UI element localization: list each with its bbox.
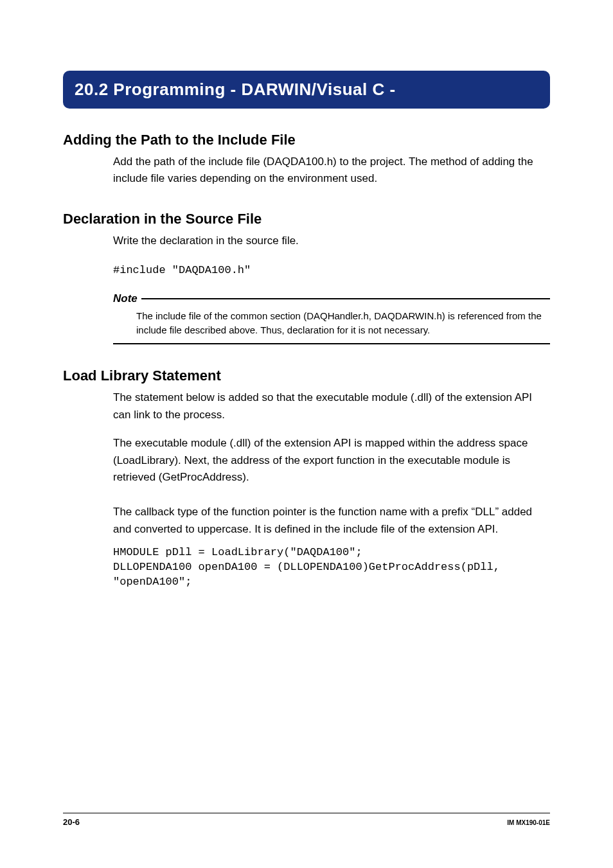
section-title-banner: 20.2 Programming - DARWIN/Visual C - <box>63 71 550 109</box>
note-label: Note <box>113 292 141 305</box>
note-body: The include file of the common section (… <box>136 309 550 337</box>
paragraph-load-1: The statement below is added so that the… <box>113 389 550 423</box>
footer-row: 20-6 IM MX190-01E <box>63 817 550 827</box>
code-load-library: HMODULE pDll = LoadLibrary("DAQDA100"; D… <box>113 545 550 590</box>
note-rule-top <box>141 298 550 299</box>
paragraph-declaration: Write the declaration in the source file… <box>113 233 550 249</box>
paragraph-include-path: Add the path of the include file (DAQDA1… <box>113 154 550 188</box>
paragraph-load-3: The callback type of the function pointe… <box>113 504 550 538</box>
paragraph-load-2: The executable module (.dll) of the exte… <box>113 435 550 486</box>
banner-title-text: 20.2 Programming - DARWIN/Visual C - <box>75 80 396 99</box>
heading-include-path: Adding the Path to the Include File <box>63 132 550 148</box>
page-footer: 20-6 IM MX190-01E <box>0 813 613 827</box>
note-rule-bottom <box>113 343 550 344</box>
footer-rule <box>63 813 550 813</box>
note-block: Note The include file of the common sect… <box>113 292 550 345</box>
page-number: 20-6 <box>63 817 80 827</box>
code-include-directive: #include "DAQDA100.h" <box>113 263 550 278</box>
heading-load-library: Load Library Statement <box>63 368 550 384</box>
heading-declaration: Declaration in the Source File <box>63 211 550 227</box>
note-header: Note <box>113 292 550 305</box>
document-id: IM MX190-01E <box>507 819 550 826</box>
